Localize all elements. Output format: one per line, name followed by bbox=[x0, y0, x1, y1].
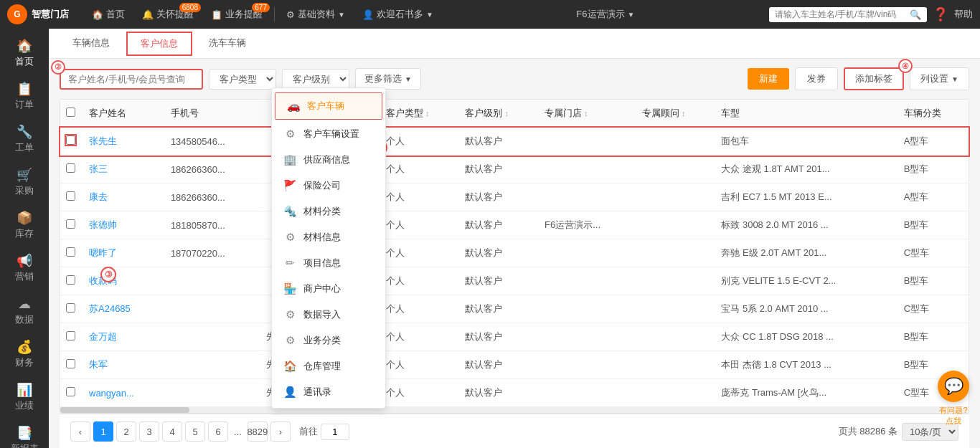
sidebar-item-finance[interactable]: 💰 财务 bbox=[0, 333, 49, 375]
coupon-button[interactable]: 发券 bbox=[795, 67, 838, 90]
question-icon[interactable]: ❓ bbox=[933, 6, 948, 22]
tab-customer-info[interactable]: 客户信息 bbox=[126, 32, 192, 56]
scroll-thumb[interactable] bbox=[60, 407, 189, 413]
row-level: 默认客户 bbox=[459, 351, 539, 379]
customer-name-link[interactable]: 苏A24685 bbox=[89, 303, 131, 314]
prev-page-button[interactable]: ‹ bbox=[70, 421, 90, 442]
sidebar-item-work[interactable]: 🔧 工单 bbox=[0, 118, 49, 160]
page-last-button[interactable]: 8829 bbox=[248, 421, 268, 442]
row-type: 个人 bbox=[380, 184, 460, 211]
sidebar-item-performance[interactable]: 📊 业绩 bbox=[0, 376, 49, 418]
goto-input[interactable] bbox=[321, 424, 349, 440]
col-type[interactable]: 客户类型 bbox=[380, 100, 460, 128]
customer-search-input[interactable] bbox=[60, 69, 203, 90]
row-checkbox[interactable] bbox=[66, 387, 75, 396]
nav-f6[interactable]: F6运营演示 ▼ bbox=[576, 8, 634, 21]
dropdown-item-商户中心[interactable]: 🏪 商户中心 bbox=[272, 276, 385, 302]
dropdown-item-项目信息[interactable]: ✏ 项目信息 bbox=[272, 250, 385, 276]
select-all-checkbox[interactable] bbox=[66, 108, 75, 117]
sidebar-item-purchase[interactable]: 🛒 采购 bbox=[0, 161, 49, 203]
page-2-button[interactable]: 2 bbox=[116, 421, 136, 442]
col-advisor[interactable]: 专属顾问 bbox=[636, 100, 716, 128]
customer-name-link[interactable]: 康去 bbox=[89, 191, 108, 202]
page-3-button[interactable]: 3 bbox=[139, 421, 159, 442]
row-checkbox[interactable] bbox=[66, 303, 75, 313]
dropdown-item-材料信息[interactable]: ⚙ 材料信息 bbox=[272, 224, 385, 250]
row-checkbox[interactable] bbox=[66, 219, 75, 229]
page-1-button[interactable]: 1 bbox=[93, 421, 113, 442]
top-search-box[interactable]: 🔍 bbox=[769, 7, 927, 22]
next-page-button[interactable]: › bbox=[270, 421, 291, 442]
chat-icon[interactable]: 💬 bbox=[938, 371, 969, 402]
work-sidebar-icon: 🔧 bbox=[17, 124, 32, 140]
table-row: 张先生 134580546... 个人 默认客户 面包车 A型车 bbox=[60, 128, 969, 156]
row-checkbox[interactable] bbox=[66, 359, 75, 368]
sidebar-item-home[interactable]: 🏠 首页 bbox=[0, 32, 49, 74]
row-checkbox[interactable] bbox=[66, 191, 75, 201]
page-4-button[interactable]: 4 bbox=[162, 421, 182, 442]
help-button[interactable]: 帮助 bbox=[954, 8, 973, 21]
row-category: C型车 bbox=[898, 295, 969, 323]
more-filter-button[interactable]: 更多筛选 ▼ bbox=[355, 68, 421, 90]
new-button[interactable]: 新建 bbox=[748, 68, 789, 90]
row-checkbox[interactable] bbox=[66, 331, 75, 340]
dropdown-item-业务分类[interactable]: ⚙ 业务分类 bbox=[272, 328, 385, 353]
sidebar-item-marketing[interactable]: 📢 营销 bbox=[0, 247, 49, 289]
customer-name-link[interactable]: wangyan... bbox=[89, 388, 134, 399]
tab-vehicle-info[interactable]: 车辆信息 bbox=[60, 31, 123, 57]
page-6-button[interactable]: 6 bbox=[208, 421, 228, 442]
row-checkbox[interactable] bbox=[66, 275, 75, 285]
nav-basic[interactable]: ⚙ 基础资料 ▼ bbox=[278, 0, 354, 29]
row-category: B型车 bbox=[898, 211, 969, 239]
dropdown-item-label: 仓库管理 bbox=[303, 360, 341, 373]
app-logo[interactable]: G 智慧门店 bbox=[7, 4, 69, 24]
customer-name-link[interactable]: 张三 bbox=[89, 163, 108, 174]
dropdown-item-数据导入[interactable]: ⚙ 数据导入 bbox=[272, 302, 385, 328]
row-type: 个人 bbox=[380, 128, 460, 156]
customer-name-link[interactable]: 嗯昨了 bbox=[89, 247, 117, 258]
customer-level-filter[interactable]: 客户级别 bbox=[282, 69, 349, 90]
page-5-button[interactable]: 5 bbox=[185, 421, 205, 442]
sidebar-item-new-report[interactable]: 📑 新报表 bbox=[0, 419, 49, 448]
dropdown-item-仓库管理[interactable]: 🏠 仓库管理 bbox=[272, 353, 385, 379]
customer-name-link[interactable]: 朱军 bbox=[89, 359, 108, 370]
customer-name-link[interactable]: 金万超 bbox=[89, 331, 117, 342]
col-store[interactable]: 专属门店 bbox=[539, 100, 636, 128]
tab-car-wash[interactable]: 洗车车辆 bbox=[196, 31, 259, 57]
sidebar-item-order[interactable]: 📋 订单 bbox=[0, 75, 49, 117]
dropdown-item-客户车辆[interactable]: 🚗 客户车辆 bbox=[275, 92, 382, 120]
customer-name-link[interactable]: 张先生 bbox=[89, 135, 117, 146]
dropdown-item-供应商信息[interactable]: 🏢 供应商信息 bbox=[272, 147, 385, 173]
row-advisor bbox=[636, 128, 716, 156]
chat-widget[interactable]: 💬 有问题?点我 bbox=[938, 371, 969, 426]
customer-type-filter[interactable]: 客户类型 bbox=[209, 69, 276, 90]
chevron-down-icon-user: ▼ bbox=[426, 11, 433, 19]
row-advisor bbox=[636, 239, 716, 267]
row-name: wangyan... bbox=[83, 379, 165, 407]
home-sidebar-icon: 🏠 bbox=[17, 38, 32, 54]
row-checkbox[interactable] bbox=[66, 163, 75, 173]
row-name: 张先生 bbox=[83, 128, 165, 156]
search-icon[interactable]: 🔍 bbox=[910, 9, 921, 20]
dropdown-item-通讯录[interactable]: 👤 通讯录 bbox=[272, 379, 385, 405]
sidebar-item-data[interactable]: ☁ 数据 bbox=[0, 290, 49, 332]
dropdown-item-icon: 👤 bbox=[283, 386, 296, 399]
nav-home[interactable]: 🏠 首页 bbox=[83, 0, 133, 29]
nav-user[interactable]: 👤 欢迎石书多 ▼ bbox=[354, 0, 442, 29]
sidebar-item-inventory[interactable]: 📦 库存 bbox=[0, 204, 49, 246]
column-settings-button[interactable]: 列设置 ▼ bbox=[910, 67, 969, 90]
dropdown-item-保险公司[interactable]: 🚩 保险公司 bbox=[272, 173, 385, 199]
top-search-input[interactable] bbox=[775, 9, 905, 19]
nav-alerts[interactable]: 🔔 关怀提醒 6808 bbox=[133, 0, 202, 29]
dropdown-item-客户车辆设置[interactable]: ⚙ 客户车辆设置 bbox=[272, 121, 385, 147]
row-checkbox[interactable] bbox=[66, 135, 75, 145]
row-checkbox[interactable] bbox=[66, 247, 75, 257]
add-tag-button[interactable]: 添加标签 bbox=[844, 67, 904, 90]
nav-business[interactable]: 📋 业务提醒 677 bbox=[202, 0, 271, 29]
horizontal-scrollbar[interactable] bbox=[60, 407, 969, 413]
col-level[interactable]: 客户级别 bbox=[459, 100, 539, 128]
dropdown-item-材料分类[interactable]: 🔩 材料分类 bbox=[272, 199, 385, 224]
customer-name-link[interactable]: 张德帅 bbox=[89, 219, 117, 230]
content-area: ② 客户类型 客户级别 更多筛选 ▼ 新建 发券 添加标签 ④ bbox=[49, 59, 980, 448]
row-advisor bbox=[636, 295, 716, 323]
